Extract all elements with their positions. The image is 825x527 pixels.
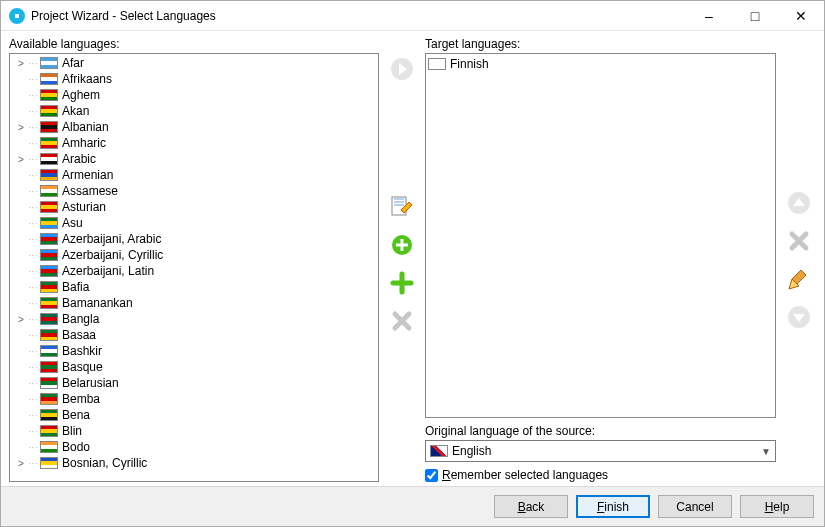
language-label: Arabic (62, 152, 96, 166)
tree-elbow: ⋯ (28, 394, 40, 405)
language-row[interactable]: >⋯Bosnian, Cyrillic (10, 455, 378, 471)
language-row[interactable]: >⋯Bangla (10, 311, 378, 327)
tree-elbow: ⋯ (28, 378, 40, 389)
expander-icon[interactable]: > (14, 122, 28, 133)
minimize-button[interactable]: – (686, 1, 732, 31)
target-label: Target languages: (425, 37, 776, 51)
source-language-value: English (452, 444, 761, 458)
clear-button[interactable] (785, 265, 813, 293)
language-row[interactable]: >⋯Bafia (10, 279, 378, 295)
language-row[interactable]: >⋯Albanian (10, 119, 378, 135)
language-label: Bashkir (62, 344, 102, 358)
flag-icon (40, 441, 58, 453)
remember-checkbox[interactable] (425, 469, 438, 482)
transfer-buttons-column (385, 37, 419, 482)
language-row[interactable]: >⋯Asu (10, 215, 378, 231)
expander-icon[interactable]: > (14, 458, 28, 469)
maximize-button[interactable]: □ (732, 1, 778, 31)
language-row[interactable]: >⋯Akan (10, 103, 378, 119)
flag-icon (40, 217, 58, 229)
language-label: Bamanankan (62, 296, 133, 310)
flag-icon (40, 249, 58, 261)
language-row[interactable]: >⋯Bamanankan (10, 295, 378, 311)
language-label: Afar (62, 56, 84, 70)
available-languages-list[interactable]: >⋯Afar>⋯Afrikaans>⋯Aghem>⋯Akan>⋯Albanian… (9, 53, 379, 482)
language-row[interactable]: >⋯Amharic (10, 135, 378, 151)
close-button[interactable]: ✕ (778, 1, 824, 31)
language-row[interactable]: >⋯Azerbaijani, Cyrillic (10, 247, 378, 263)
tree-elbow: ⋯ (28, 106, 40, 117)
tree-elbow: ⋯ (28, 170, 40, 181)
language-label: Akan (62, 104, 89, 118)
expander-icon[interactable]: > (14, 58, 28, 69)
language-label: Assamese (62, 184, 118, 198)
language-row[interactable]: >⋯Assamese (10, 183, 378, 199)
expander-icon[interactable]: > (14, 154, 28, 165)
source-language-select[interactable]: English ▼ (425, 440, 776, 462)
tree-elbow: ⋯ (28, 58, 40, 69)
language-row[interactable]: >⋯Azerbaijani, Arabic (10, 231, 378, 247)
language-row[interactable]: >⋯Afrikaans (10, 71, 378, 87)
target-languages-list[interactable]: Finnish (425, 53, 776, 418)
language-row[interactable]: >⋯Afar (10, 55, 378, 71)
language-label: Amharic (62, 136, 106, 150)
edit-button[interactable] (388, 193, 416, 221)
delete-target-button[interactable] (785, 227, 813, 255)
tree-elbow: ⋯ (28, 362, 40, 373)
remember-checkbox-row[interactable]: Remember selected languages (425, 468, 776, 482)
content-area: Available languages: >⋯Afar>⋯Afrikaans>⋯… (1, 31, 824, 486)
language-row[interactable]: >⋯Bemba (10, 391, 378, 407)
flag-icon (430, 445, 448, 457)
language-row[interactable]: >⋯Basaa (10, 327, 378, 343)
expander-icon[interactable]: > (14, 314, 28, 325)
tree-elbow: ⋯ (28, 138, 40, 149)
arrow-up-icon (787, 191, 811, 215)
language-row[interactable]: >⋯Asturian (10, 199, 378, 215)
flag-icon (40, 281, 58, 293)
language-label: Belarusian (62, 376, 119, 390)
language-row[interactable]: >⋯Bashkir (10, 343, 378, 359)
flag-icon (40, 313, 58, 325)
add-circle-icon (390, 233, 414, 257)
move-up-button[interactable] (785, 189, 813, 217)
language-row[interactable]: >⋯Bena (10, 407, 378, 423)
language-row[interactable]: >⋯Blin (10, 423, 378, 439)
flag-icon (40, 105, 58, 117)
remove-button[interactable] (388, 307, 416, 335)
finish-button[interactable]: Finish (576, 495, 650, 518)
tree-elbow: ⋯ (28, 154, 40, 165)
help-button[interactable]: Help (740, 495, 814, 518)
back-button[interactable]: Back (494, 495, 568, 518)
arrow-right-icon (390, 57, 414, 81)
language-row[interactable]: >⋯Armenian (10, 167, 378, 183)
tree-elbow: ⋯ (28, 346, 40, 357)
language-row[interactable]: >⋯Azerbaijani, Latin (10, 263, 378, 279)
chevron-down-icon: ▼ (761, 446, 771, 457)
language-label: Azerbaijani, Latin (62, 264, 154, 278)
cancel-button[interactable]: Cancel (658, 495, 732, 518)
tree-elbow: ⋯ (28, 410, 40, 421)
add-plus-button[interactable] (388, 269, 416, 297)
language-label: Afrikaans (62, 72, 112, 86)
language-label: Asturian (62, 200, 106, 214)
move-down-button[interactable] (785, 303, 813, 331)
language-row[interactable]: >⋯Basque (10, 359, 378, 375)
flag-icon (40, 265, 58, 277)
language-row[interactable]: >⋯Bodo (10, 439, 378, 455)
target-column: Target languages: Finnish Original langu… (425, 37, 776, 482)
flag-icon (40, 297, 58, 309)
language-row[interactable]: >⋯Belarusian (10, 375, 378, 391)
add-circle-button[interactable] (388, 231, 416, 259)
target-row[interactable]: Finnish (428, 56, 773, 72)
tree-elbow: ⋯ (28, 218, 40, 229)
move-right-button[interactable] (388, 55, 416, 83)
language-label: Albanian (62, 120, 109, 134)
language-row[interactable]: >⋯Aghem (10, 87, 378, 103)
language-row[interactable]: >⋯Arabic (10, 151, 378, 167)
tree-elbow: ⋯ (28, 266, 40, 277)
language-label: Aghem (62, 88, 100, 102)
titlebar: Project Wizard - Select Languages – □ ✕ (1, 1, 824, 31)
flag-icon (40, 153, 58, 165)
tree-elbow: ⋯ (28, 202, 40, 213)
available-column: Available languages: >⋯Afar>⋯Afrikaans>⋯… (9, 37, 379, 482)
